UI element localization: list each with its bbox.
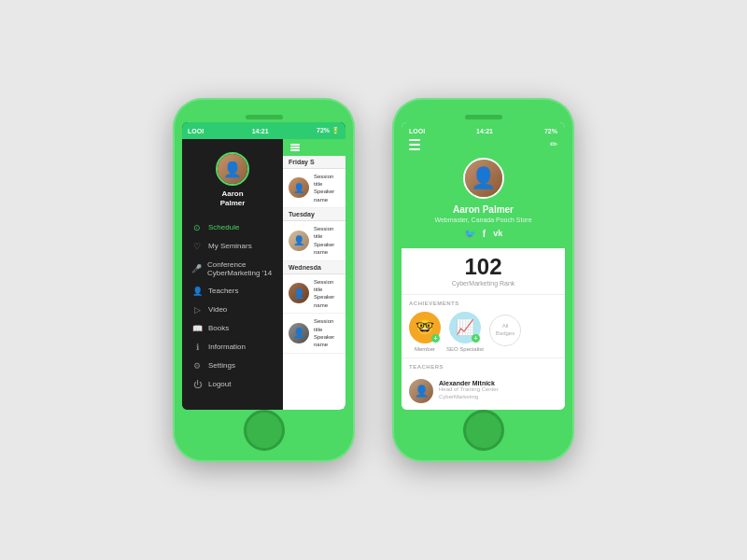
sidebar-item-information[interactable]: ℹ Information	[182, 338, 283, 357]
achievements-section: ACHIEVEMENTS 🤓 + Member 📈 +	[402, 295, 565, 358]
battery-right: 72%	[544, 128, 557, 134]
seo-badge-label: SEO Specialist	[446, 346, 484, 352]
edit-icon[interactable]: ✏	[550, 139, 557, 149]
badges-row: 🤓 + Member 📈 + SEO Specialist	[409, 312, 557, 352]
sidebar-item-label-books: Books	[208, 324, 229, 332]
schedule-text-2: Session titleSpeaker name	[314, 225, 340, 257]
teachers-title: TEACHERS	[409, 364, 557, 370]
sidebar-item-label-settings: Settings	[208, 361, 235, 370]
schedule-avatar-2: 👤	[289, 231, 309, 251]
schedule-day-2: Tuesday	[283, 208, 345, 221]
carrier-right: LOOI	[409, 128, 425, 134]
sidebar-item-video[interactable]: ▷ Video	[182, 301, 283, 319]
profile-subtitle: Webmaster, Canada Pooch Store	[409, 217, 557, 223]
sidebar-item-seminars[interactable]: ♡ My Seminars	[182, 237, 283, 256]
schedule-day-1: Friday S	[283, 156, 345, 169]
sidebar-item-label-video: Video	[208, 305, 227, 314]
logout-icon: ⏻	[191, 380, 203, 389]
member-badge-label: Member	[415, 346, 435, 352]
books-icon: 📖	[191, 324, 203, 333]
profile-nav: ✏	[409, 139, 557, 150]
schedule-avatar-3: 👤	[289, 283, 309, 303]
sidebar: 👤 AaronPalmer ⊙ Schedule ♡ My Seminars 🎤…	[182, 139, 283, 410]
carrier-left: LOOI	[188, 128, 204, 134]
profile-body: 102 CyberMarketing Rank ACHIEVEMENTS 🤓 +…	[402, 248, 565, 411]
facebook-icon[interactable]: f	[483, 229, 486, 239]
sidebar-item-label-schedule: Schedule	[208, 223, 239, 231]
teacher-item: 👤 Alexander Mitnick Head of Training Cen…	[409, 375, 557, 407]
profile-avatar: 👤	[463, 158, 504, 199]
twitter-icon[interactable]: 🐦	[464, 229, 475, 239]
battery-left: 72% 🔋	[317, 127, 340, 134]
schedule-text-1: Session titleSpeaker name	[314, 173, 340, 204]
schedule-item-4: 👤 Session titleSpeaker name	[283, 314, 345, 354]
schedule-header	[283, 139, 345, 156]
phone-left-screen: LOOI 14:21 72% 🔋 👤 AaronPalmer ⊙ Schedul…	[182, 122, 345, 410]
sidebar-username: AaronPalmer	[220, 189, 246, 209]
hamburger-icon[interactable]	[290, 144, 300, 151]
all-badges-text: AllBadges	[496, 323, 514, 336]
member-badge-plus: +	[431, 334, 440, 343]
phone-right-screen: LOOI 14:21 72% ✏ 👤 Aaron Palmer Webmaste…	[402, 122, 565, 410]
schedule-avatar-4: 👤	[289, 323, 309, 343]
profile-social: 🐦 f vk	[409, 229, 557, 239]
information-icon: ℹ	[191, 343, 203, 352]
sidebar-item-logout[interactable]: ⏻ Logout	[182, 375, 283, 394]
member-badge-circle: 🤓 +	[409, 312, 441, 343]
schedule-text-3: Session titleSpeaker name	[314, 278, 340, 310]
schedule-icon: ⊙	[191, 223, 203, 232]
teacher-info: Alexander Mitnick Head of Training Cente…	[439, 380, 499, 401]
seo-badge-plus: +	[472, 334, 480, 343]
teacher-avatar: 👤	[409, 379, 433, 403]
sidebar-item-conference[interactable]: 🎤 Conference CyberMarketing '14	[182, 256, 283, 282]
menu-area: 👤 AaronPalmer ⊙ Schedule ♡ My Seminars 🎤…	[182, 139, 345, 410]
achievements-title: ACHIEVEMENTS	[409, 301, 557, 306]
phone-right: LOOI 14:21 72% ✏ 👤 Aaron Palmer Webmaste…	[392, 98, 574, 462]
sidebar-avatar: 👤	[216, 152, 249, 186]
all-badges-circle: AllBadges	[489, 315, 521, 346]
profile-name: Aaron Palmer	[409, 204, 557, 215]
sidebar-profile: 👤 AaronPalmer	[182, 147, 283, 218]
seo-badge-circle: 📈 +	[449, 312, 481, 343]
teachers-icon: 👤	[191, 287, 203, 296]
profile-header: LOOI 14:21 72% ✏ 👤 Aaron Palmer Webmaste…	[402, 122, 565, 248]
profile-avatar-wrapper: 👤	[409, 158, 557, 199]
sidebar-item-settings[interactable]: ⚙ Settings	[182, 357, 283, 375]
status-bar-left: LOOI 14:21 72% 🔋	[182, 122, 345, 139]
schedule-item-3: 👤 Session titleSpeaker name	[283, 274, 345, 315]
settings-icon: ⚙	[191, 361, 203, 371]
phone-left: LOOI 14:21 72% 🔋 👤 AaronPalmer ⊙ Schedul…	[173, 98, 355, 462]
vk-icon[interactable]: vk	[493, 229, 502, 239]
sidebar-item-label-seminars: My Seminars	[208, 242, 252, 250]
teacher-role: Head of Training CenterCyberMarketing	[439, 386, 499, 401]
sidebar-item-schedule[interactable]: ⊙ Schedule	[182, 218, 283, 237]
badge-seo: 📈 + SEO Specialist	[446, 312, 484, 352]
badge-member: 🤓 + Member	[409, 312, 441, 352]
sidebar-item-label-information: Information	[208, 343, 246, 351]
teachers-section: TEACHERS 👤 Alexander Mitnick Head of Tra…	[402, 358, 565, 411]
profile-status-bar: LOOI 14:21 72%	[409, 122, 557, 139]
sidebar-item-teachers[interactable]: 👤 Teachers	[182, 282, 283, 301]
sidebar-item-label-logout: Logout	[208, 380, 231, 388]
seminars-icon: ♡	[191, 242, 203, 251]
schedule-panel: Friday S 👤 Session titleSpeaker name Tue…	[283, 139, 345, 410]
schedule-avatar-1: 👤	[289, 177, 309, 198]
schedule-item-2: 👤 Session titleSpeaker name	[283, 221, 345, 261]
schedule-day-3: Wednesda	[283, 261, 345, 274]
conference-icon: 🎤	[191, 264, 202, 273]
profile-hamburger-icon[interactable]	[409, 139, 420, 150]
rank-label: CyberMarketing Rank	[409, 280, 557, 287]
teacher-name: Alexander Mitnick	[439, 380, 499, 386]
video-icon: ▷	[191, 305, 203, 315]
time-right: 14:21	[476, 128, 493, 134]
schedule-text-4: Session titleSpeaker name	[314, 317, 340, 349]
rank-number: 102	[409, 256, 557, 278]
time-left: 14:21	[252, 128, 269, 134]
sidebar-item-books[interactable]: 📖 Books	[182, 319, 283, 338]
rank-section: 102 CyberMarketing Rank	[402, 248, 565, 295]
sidebar-item-label-conference: Conference CyberMarketing '14	[207, 260, 274, 277]
badge-all[interactable]: AllBadges	[489, 315, 521, 349]
schedule-item-1: 👤 Session titleSpeaker name	[283, 169, 345, 209]
sidebar-item-label-teachers: Teachers	[208, 287, 238, 295]
